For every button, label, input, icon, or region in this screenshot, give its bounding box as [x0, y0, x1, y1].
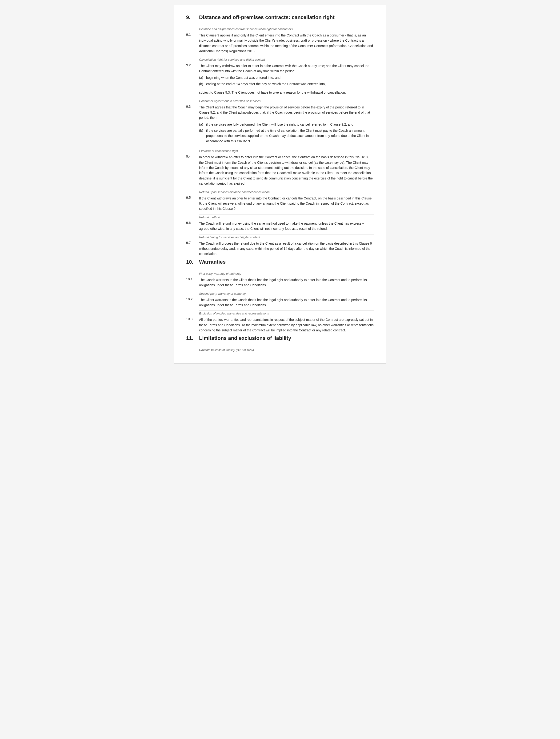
clause-number: 9.1 [186, 33, 199, 54]
clause-subheading: Cancellation right for services and digi… [199, 57, 374, 61]
clause-number: 9.4 [186, 155, 199, 186]
sub-list: (a)if the services are fully performed, … [199, 122, 374, 144]
clause-body: The Client may withdraw an offer to ente… [199, 63, 374, 88]
clause-row: 9.4In order to withdraw an offer to ente… [186, 155, 374, 186]
list-item: (a)if the services are fully performed, … [199, 122, 374, 127]
clause-subheading: Caveats to limits of liability (B2B or B… [199, 347, 374, 351]
clause-group: Exclusion of implied warranties and repr… [186, 310, 374, 333]
clause-group: Caveats to limits of liability (B2B or B… [186, 347, 374, 351]
section-heading-section-11: 11.Limitations and exclusions of liabili… [186, 335, 374, 343]
list-item: (b)ending at the end of 14 days after th… [199, 82, 374, 87]
clause-continuation: subject to Clause 9.3. The Client does n… [199, 90, 374, 95]
clause-group: Refund upon services distance contract c… [186, 189, 374, 211]
clause-group: Distance and off-premises contracts: can… [186, 26, 374, 54]
clause-row: 10.3All of the parties' warranties and r… [186, 317, 374, 333]
list-item-text: beginning when the Contract was entered … [206, 75, 374, 80]
clause-subheading: Second party warranty of authority [199, 291, 374, 295]
clause-body: The Coach warrants to the Client that it… [199, 277, 374, 288]
clause-number: 9.3 [186, 105, 199, 145]
clause-body: If the Client withdraws an offer to ente… [199, 196, 374, 211]
clause-subheading: First party warranty of authority [199, 271, 374, 275]
list-item-text: ending at the end of 14 days after the d… [206, 82, 374, 87]
section-title: Distance and off-premises contracts: can… [199, 14, 334, 20]
clause-subheading: Exercise of cancellation right [199, 148, 374, 153]
clause-body: The Client warrants to the Coach that it… [199, 297, 374, 308]
page-container: 9.Distance and off-premises contracts: c… [174, 5, 386, 363]
section-heading-section-10: 10.Warranties [186, 259, 374, 267]
clause-body: This Clause 9 applies if and only if the… [199, 33, 374, 54]
clause-subheading: Exclusion of implied warranties and repr… [199, 310, 374, 315]
section-heading-section-9: 9.Distance and off-premises contracts: c… [186, 14, 374, 22]
section-title: Limitations and exclusions of liability [199, 335, 291, 341]
clause-body: The Client agrees that the Coach may beg… [199, 105, 374, 145]
list-item-label: (a) [199, 122, 206, 127]
clause-number: 10.1 [186, 277, 199, 288]
section-title: Warranties [199, 259, 226, 265]
clause-number: 10.2 [186, 297, 199, 308]
clause-number: 9.5 [186, 196, 199, 211]
clause-number: 9.2 [186, 63, 199, 88]
clause-subheading: Refund method [199, 214, 374, 219]
clause-body: All of the parties' warranties and repre… [199, 317, 374, 333]
section-number: 9. [186, 14, 199, 20]
clause-group: Refund method9.6The Coach will refund mo… [186, 214, 374, 232]
clause-body: In order to withdraw an offer to enter i… [199, 155, 374, 186]
clause-group: Exercise of cancellation right9.4In orde… [186, 148, 374, 186]
list-item-text: if the services are fully performed, the… [206, 122, 374, 127]
clause-group: Second party warranty of authority10.2Th… [186, 291, 374, 308]
clause-row: 9.7The Coach will process the refund due… [186, 241, 374, 257]
clause-row: 10.1The Coach warrants to the Client tha… [186, 277, 374, 288]
list-item: (b)if the services are partially perform… [199, 128, 374, 144]
sub-list: (a)beginning when the Contract was enter… [199, 75, 374, 87]
clause-row: 9.5If the Client withdraws an offer to e… [186, 196, 374, 211]
clause-number: 10.3 [186, 317, 199, 333]
clause-row: 10.2The Client warrants to the Coach tha… [186, 297, 374, 308]
list-item-label: (b) [199, 128, 206, 144]
list-item-text: if the services are partially performed … [206, 128, 374, 144]
clause-row: 9.6The Coach will refund money using the… [186, 221, 374, 232]
clause-group: Refund timing for services and digital c… [186, 234, 374, 257]
clause-body: The Coach will refund money using the sa… [199, 221, 374, 232]
clause-body: The Coach will process the refund due to… [199, 241, 374, 257]
list-item-label: (a) [199, 75, 206, 80]
clause-subheading: Refund timing for services and digital c… [199, 234, 374, 239]
section-number: 11. [186, 335, 199, 341]
list-item-label: (b) [199, 82, 206, 87]
clause-row: 9.1This Clause 9 applies if and only if … [186, 33, 374, 54]
clause-group: Consumer agreement to provision of servi… [186, 98, 374, 145]
clause-group: Cancellation right for services and digi… [186, 57, 374, 95]
clause-row: 9.2The Client may withdraw an offer to e… [186, 63, 374, 88]
clause-number: 9.6 [186, 221, 199, 232]
clause-number: 9.7 [186, 241, 199, 257]
list-item: (a)beginning when the Contract was enter… [199, 75, 374, 80]
clause-subheading: Refund upon services distance contract c… [199, 189, 374, 194]
clause-subheading: Consumer agreement to provision of servi… [199, 98, 374, 103]
section-number: 10. [186, 259, 199, 265]
clause-subheading: Distance and off-premises contracts: can… [199, 26, 374, 31]
clause-row: 9.3The Client agrees that the Coach may … [186, 105, 374, 145]
clause-group: First party warranty of authority10.1The… [186, 271, 374, 288]
